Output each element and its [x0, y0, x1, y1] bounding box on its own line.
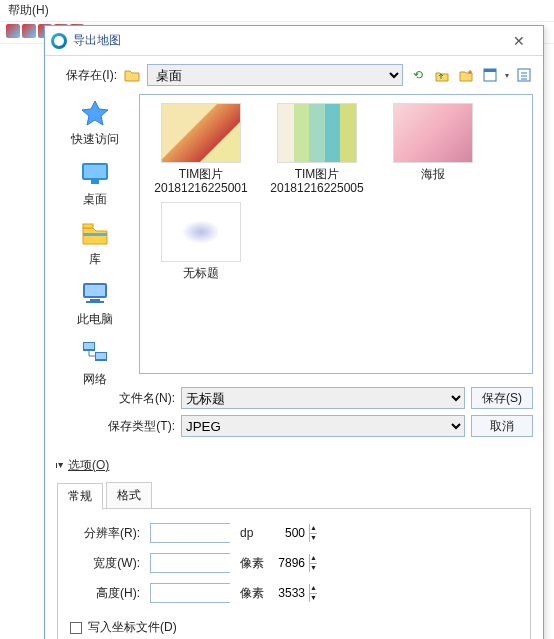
titlebar: 导出地图 ✕ [45, 26, 543, 44]
app-icon [51, 33, 67, 45]
dialog-title: 导出地图 [73, 32, 501, 44]
export-map-dialog: 导出地图 ✕ 保存在(I): 桌面 ⟲ ▾ 快速访问 [44, 25, 544, 44]
close-button[interactable]: ✕ [501, 33, 537, 45]
bg-help-menu[interactable]: 帮助(H) [0, 0, 554, 22]
